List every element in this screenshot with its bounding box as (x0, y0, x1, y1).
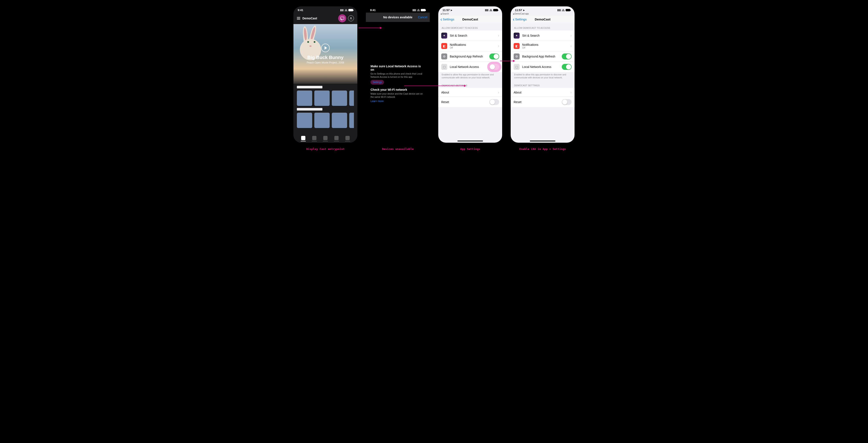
status-time: 9:41 (370, 8, 376, 12)
lna-footnote: Enabled to allow this app permission to … (511, 72, 575, 80)
cast-icon[interactable] (338, 14, 346, 22)
flow-arrow-icon (404, 86, 466, 86)
wifi-icon (345, 9, 347, 11)
content-tile[interactable] (297, 91, 312, 106)
row-label: About (441, 91, 449, 94)
dialog-title: No devices available (383, 15, 412, 19)
group-header-access: ALLOW DEMOCAST TO ACCESS (511, 23, 575, 30)
breadcrumb[interactable]: Search (438, 12, 502, 16)
wifi-icon (562, 9, 565, 11)
status-indicators (485, 9, 498, 11)
siri-icon: ✦ (514, 33, 520, 38)
signal-icon (340, 9, 344, 11)
phone-democast-app: 9:41 DemoCast (293, 6, 357, 143)
learn-more-link[interactable]: Learn more (371, 100, 383, 103)
row-label: Siri & Search (450, 34, 467, 37)
row-reset: Reset (438, 97, 502, 107)
row-reset: Reset (511, 97, 575, 107)
profile-icon[interactable] (348, 15, 354, 21)
row-sublabel: Off (450, 46, 496, 49)
signal-icon (485, 9, 489, 11)
phone-app-settings-before: 11:57 ➤ Search Settings DemoCast ALLOW D… (438, 6, 502, 143)
bg-refresh-toggle[interactable] (562, 54, 571, 59)
lna-toggle[interactable] (489, 64, 499, 70)
status-indicators (558, 9, 570, 11)
lna-toggle[interactable] (562, 64, 571, 70)
flow-arrow-icon (500, 61, 515, 61)
signal-icon (558, 9, 561, 11)
reset-toggle[interactable] (489, 99, 499, 105)
content-tile[interactable] (314, 91, 330, 106)
battery-icon (421, 9, 426, 11)
row-label: Local Network Access (450, 65, 479, 69)
content-tile[interactable] (314, 113, 330, 128)
section-title-placeholder (297, 108, 322, 110)
tab-item[interactable] (345, 136, 350, 140)
status-indicators (413, 9, 426, 11)
content-tile[interactable] (297, 113, 312, 128)
phone-no-devices: 9:41 No devices available Cancel Make su… (366, 6, 430, 143)
wifi-icon (489, 9, 492, 11)
home-indicator[interactable] (458, 140, 483, 141)
group-header-app: DEMOCAST SETTINGS (438, 80, 502, 88)
notifications-icon: ◧ (441, 43, 447, 49)
play-button[interactable] (321, 44, 330, 52)
row-label: Reset (441, 100, 449, 104)
content-tile[interactable] (349, 91, 354, 106)
row-about[interactable]: About › (511, 88, 575, 97)
settings-link[interactable]: Settings (371, 80, 384, 85)
app-navbar: DemoCast (293, 12, 357, 24)
nav-title: DemoCast (438, 18, 502, 21)
location-icon: ➤ (451, 9, 452, 12)
tab-item[interactable] (334, 136, 339, 140)
tab-item[interactable] (312, 136, 316, 140)
row-siri[interactable]: ✦ Siri & Search › (511, 30, 575, 41)
location-icon: ➤ (523, 9, 525, 12)
bg-refresh-toggle[interactable] (489, 54, 499, 59)
status-bar: 11:57 ➤ (511, 6, 575, 12)
svg-point-1 (350, 17, 351, 18)
help-content: Make sure Local Network Access is on Go … (366, 65, 430, 103)
gear-icon: ⚙ (514, 54, 520, 59)
breadcrumb[interactable]: DemoCast app (511, 12, 575, 16)
row-notifications[interactable]: ◧ Notifications Off › (511, 41, 575, 51)
cancel-button[interactable]: Cancel (418, 15, 427, 19)
battery-icon (348, 9, 353, 11)
reset-toggle[interactable] (562, 99, 571, 105)
row-label: Reset (514, 100, 522, 104)
home-indicator[interactable] (530, 140, 555, 141)
status-bar: 9:41 (366, 6, 430, 12)
help-body-wifi: Make sure your device and the Cast devic… (371, 92, 425, 99)
network-icon: ▢ (441, 64, 447, 70)
row-label: Notifications (450, 43, 496, 46)
tab-item[interactable] (301, 136, 305, 140)
row-notifications[interactable]: ◧ Notifications Off › (438, 41, 502, 51)
menu-icon[interactable] (297, 17, 300, 20)
tab-bar (293, 136, 357, 140)
row-siri[interactable]: ✦ Siri & Search › (438, 30, 502, 41)
row-label: Notifications (522, 43, 568, 46)
nav-header: Settings DemoCast (438, 16, 502, 23)
notifications-icon: ◧ (514, 43, 520, 49)
chevron-right-icon: › (570, 44, 571, 48)
content-tile[interactable] (332, 91, 347, 106)
caption-4: Enable LNA in App > Settings (519, 147, 566, 151)
content-tile[interactable] (332, 113, 347, 128)
nav-title: DemoCast (511, 18, 575, 21)
row-lna: ▢ Local Network Access (438, 62, 502, 72)
row-bg-refresh: ⚙ Background App Refresh (438, 51, 502, 62)
chevron-right-icon: › (498, 44, 499, 48)
cast-dialog-header: No devices available Cancel (366, 12, 430, 22)
caption-1: Display Cast entrypoint (306, 147, 345, 151)
content-tile[interactable] (349, 113, 354, 128)
gear-icon: ⚙ (441, 54, 447, 59)
row-about[interactable]: About › (438, 88, 502, 97)
help-heading-wifi: Check your Wi-Fi network (371, 88, 425, 91)
chevron-right-icon: › (498, 91, 499, 94)
tab-item[interactable] (323, 136, 328, 140)
status-time: 11:57 ➤ (442, 8, 452, 12)
nav-header: Settings DemoCast (511, 16, 575, 23)
chevron-right-icon: › (570, 91, 571, 94)
svg-rect-0 (341, 17, 344, 20)
status-bar: 11:57 ➤ (438, 6, 502, 12)
